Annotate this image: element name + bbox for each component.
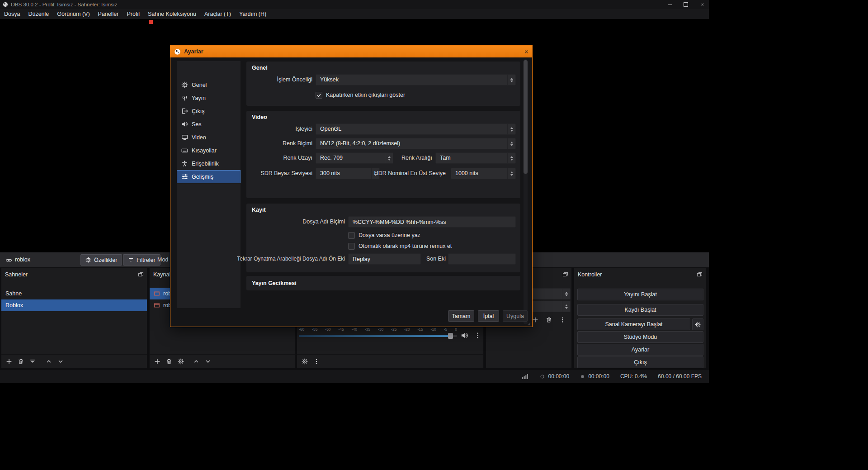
window-capture-icon xyxy=(154,302,160,309)
source-properties-button[interactable] xyxy=(175,356,187,367)
record-timer: 00:00:00 xyxy=(580,373,609,380)
filters-button[interactable]: Filtreler xyxy=(123,254,160,266)
studio-mode-button[interactable]: Stüdyo Modu xyxy=(577,331,703,343)
exit-button[interactable]: Çıkış xyxy=(577,356,703,368)
settings-nav-erisebilirlik[interactable]: Erişebilirlik xyxy=(177,157,241,170)
filters-label: Filtreler xyxy=(137,257,156,263)
color-space-select[interactable]: Rec. 709 xyxy=(316,152,393,164)
apply-button[interactable]: Uygula xyxy=(503,310,528,322)
db-tick: -30 xyxy=(378,327,383,332)
virtual-camera-settings-button[interactable] xyxy=(692,318,703,330)
renderer-select[interactable]: OpenGL xyxy=(316,123,516,135)
add-source-button[interactable] xyxy=(151,356,163,367)
sdr-white-level-spinbox[interactable]: 300 nits xyxy=(316,168,380,179)
scene-item[interactable]: Sahne xyxy=(1,288,147,299)
scene-item-selected[interactable]: Roblox xyxy=(1,299,147,311)
keyboard-icon xyxy=(181,147,188,154)
start-streaming-button[interactable]: Yayını Başlat xyxy=(577,289,703,300)
menu-bar: Dosya Düzenle Görünüm (V) Paneller Profi… xyxy=(0,9,709,19)
close-button[interactable] xyxy=(695,0,709,9)
resize-grip-icon[interactable] xyxy=(526,321,531,326)
settings-nav-kisayollar[interactable]: Kısayollar xyxy=(177,144,241,157)
volume-slider-track[interactable] xyxy=(299,335,457,337)
scrollbar-thumb[interactable] xyxy=(524,60,528,174)
overwrite-checkbox-row[interactable]: Dosya varsa üzerine yaz xyxy=(348,231,420,239)
spinner-arrows-icon[interactable] xyxy=(507,124,515,134)
speaker-icon[interactable] xyxy=(461,332,468,339)
spinner-arrows-icon[interactable] xyxy=(562,301,570,312)
menu-gorunum[interactable]: Görünüm (V) xyxy=(53,9,94,19)
settings-nav-genel[interactable]: Genel xyxy=(177,78,241,91)
settings-nav-ses[interactable]: Ses xyxy=(177,118,241,131)
minimize-button[interactable] xyxy=(663,0,676,9)
menu-duzenle[interactable]: Düzenle xyxy=(24,9,53,19)
remove-transition-button[interactable] xyxy=(543,314,555,325)
spinner-arrows-icon[interactable] xyxy=(507,75,515,85)
replay-prefix-label: Tekrar Oynatma Arabelleği Dosya Adı Ön E… xyxy=(237,253,345,265)
scene-filters-button[interactable] xyxy=(27,356,38,367)
transition-menu-button[interactable] xyxy=(557,314,568,325)
menu-yardim[interactable]: Yardım (H) xyxy=(235,9,270,19)
popout-dock-icon[interactable] xyxy=(697,272,702,276)
start-recording-button[interactable]: Kaydı Başlat xyxy=(577,304,703,316)
spinner-arrows-icon[interactable] xyxy=(507,138,515,149)
filename-format-input[interactable] xyxy=(348,216,516,228)
db-tick: -50 xyxy=(325,327,330,332)
checkbox-unchecked[interactable] xyxy=(348,243,355,250)
hdr-peak-level-spinbox[interactable]: 1000 nits xyxy=(451,168,516,179)
color-format-select[interactable]: NV12 (8-Bit, 4:2:0, 2 düzlemsel) xyxy=(316,138,516,149)
remux-checkbox-row[interactable]: Otomatik olarak mp4 türüne remux et xyxy=(348,242,452,250)
mixer-kebab-icon[interactable] xyxy=(474,332,481,339)
replay-prefix-input[interactable] xyxy=(348,253,421,265)
maximize-button[interactable] xyxy=(679,0,693,9)
window-capture-icon xyxy=(154,290,160,297)
ok-button[interactable]: Tamam xyxy=(448,310,474,322)
menu-sahne-koleksiyonu[interactable]: Sahne Koleksiyonu xyxy=(144,9,200,19)
settings-nav-gelismis[interactable]: Gelişmiş xyxy=(177,170,241,183)
menu-paneller[interactable]: Paneller xyxy=(94,9,123,19)
properties-button[interactable]: Özellikler xyxy=(80,254,122,266)
menu-araclar[interactable]: Araçlar (T) xyxy=(200,9,235,19)
volume-slider-handle[interactable] xyxy=(448,333,453,339)
dialog-title-bar[interactable]: Ayarlar xyxy=(170,46,532,57)
settings-nav-video[interactable]: Video xyxy=(177,131,241,144)
mixer-menu-button[interactable] xyxy=(311,356,322,367)
checkbox-unchecked[interactable] xyxy=(348,232,355,239)
show-active-outputs-checkbox-row[interactable]: Kapatırken etkin çıkışları göster xyxy=(316,91,405,99)
dialog-close-button[interactable] xyxy=(520,46,532,57)
process-priority-select[interactable]: Yüksek xyxy=(316,74,516,85)
spinner-arrows-icon[interactable] xyxy=(507,168,515,179)
suffix-input[interactable] xyxy=(448,253,516,265)
settings-button[interactable]: Ayarlar xyxy=(577,344,703,356)
move-scene-up-button[interactable] xyxy=(43,356,55,367)
gear-icon xyxy=(85,257,91,263)
checkbox-checked[interactable] xyxy=(316,92,322,99)
start-virtual-camera-button[interactable]: Sanal Kamerayı Başlat xyxy=(577,318,690,330)
remove-source-button[interactable] xyxy=(163,356,175,367)
cancel-button[interactable]: İptal xyxy=(478,310,499,322)
popout-dock-icon[interactable] xyxy=(563,272,568,276)
settings-nav-cikis[interactable]: Çıkış xyxy=(177,104,241,118)
button-label: Stüdyo Modu xyxy=(624,334,657,340)
settings-scrollbar[interactable] xyxy=(524,59,528,324)
move-scene-down-button[interactable] xyxy=(55,356,66,367)
spinner-arrows-icon[interactable] xyxy=(562,289,570,299)
spinner-arrows-icon[interactable] xyxy=(385,153,393,163)
spinner-arrows-icon[interactable] xyxy=(507,153,515,163)
popout-dock-icon[interactable] xyxy=(138,272,143,276)
remove-scene-button[interactable] xyxy=(15,356,27,367)
select-value: NV12 (8-Bit, 4:2:0, 2 düzlemsel) xyxy=(320,140,400,147)
sdr-white-level-label: SDR Beyaz Seviyesi xyxy=(260,168,312,179)
stream-status-icon xyxy=(540,374,545,379)
nav-label: Gelişmiş xyxy=(192,174,213,180)
color-range-select[interactable]: Tam xyxy=(435,152,516,164)
add-scene-button[interactable] xyxy=(3,356,15,367)
menu-dosya[interactable]: Dosya xyxy=(0,9,24,19)
move-source-down-button[interactable] xyxy=(202,356,214,367)
advanced-audio-button[interactable] xyxy=(299,356,311,367)
move-source-up-button[interactable] xyxy=(190,356,202,367)
controls-dock-header: Kontroller xyxy=(574,268,706,280)
menu-profil[interactable]: Profil xyxy=(123,9,143,19)
nav-label: Erişebilirlik xyxy=(192,161,219,167)
settings-nav-yayin[interactable]: Yayın xyxy=(177,91,241,104)
